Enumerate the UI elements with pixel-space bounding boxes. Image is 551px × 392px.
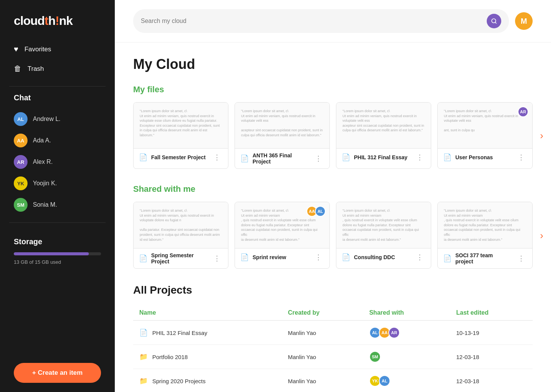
card-menu-btn-1[interactable]: ⋮ (211, 152, 223, 162)
shared-card-name-4: SOCI 377 team project (455, 252, 512, 265)
shared-doc-icon-3: 📄 (342, 253, 350, 261)
file-card-anth[interactable]: "Lorem ipsum dolor sit amet, c\Ut enim a… (235, 102, 330, 169)
card-menu-btn-3[interactable]: ⋮ (414, 152, 425, 162)
row-file-icon-2: 📁 (139, 377, 148, 385)
avatar-yoojin: YK (14, 176, 28, 190)
search-input[interactable] (141, 18, 483, 24)
row-file-icon-0: 📄 (139, 328, 148, 337)
shared-preview-2: AA AL "Lorem ipsum dolor sit amet, c\Ut … (235, 202, 329, 248)
shared-footer-3: 📄 Consulting DDC ⋮ (336, 248, 431, 266)
td-shared-1: SM (363, 345, 450, 369)
card-name-3: PHIL 312 Final Essay (354, 154, 410, 160)
card-name-1: Fall Semester Project (151, 154, 207, 160)
storage-bar-bg (14, 252, 101, 255)
card-name-2: ANTH 365 Final Project (253, 152, 309, 165)
shared-doc-icon-4: 📄 (443, 254, 452, 263)
user-avatar[interactable]: M (515, 12, 533, 30)
page-title: My Cloud (133, 56, 533, 72)
row-avatar: SM (369, 351, 381, 363)
shared-card-consulting[interactable]: "Lorem ipsum dolor sit amet, c\Ut enim a… (336, 202, 431, 269)
card-footer-4: 📄 User Personas ⋮ (438, 149, 532, 166)
chat-item-andrew[interactable]: AL Andrew L. (9, 108, 106, 130)
chat-name-andrew: Andrew L. (33, 116, 60, 122)
avatar-sonia: SM (14, 198, 28, 212)
search-icon (491, 18, 497, 24)
shared-files-cards: "Lorem ipsum dolor sit amet, c\Ut enim a… (133, 202, 533, 269)
row-avatar: AL (379, 375, 390, 387)
chat-section-title: Chat (0, 93, 115, 102)
file-card-fall-semester[interactable]: "Lorem ipsum dolor sit amet, c\Ut enim a… (133, 102, 228, 169)
trash-label: Trash (28, 65, 44, 73)
shared-card-spring[interactable]: "Lorem ipsum dolor sit amet, c\Ut enim a… (133, 202, 228, 269)
chat-item-alex[interactable]: AR Alex R. (9, 151, 106, 173)
shared-card-sprint[interactable]: AA AL "Lorem ipsum dolor sit amet, c\Ut … (235, 202, 330, 269)
shared-menu-btn-1[interactable]: ⋮ (211, 253, 223, 263)
favorites-label: Favorites (24, 46, 51, 53)
row-file-name-2: Spring 2020 Projects (152, 378, 205, 384)
content-area: My Cloud My files "Lorem ipsum dolor sit… (115, 42, 551, 392)
shared-card-soci[interactable]: "Lorem ipsum dolor sit amet, c\Ut enim a… (437, 202, 533, 269)
chat-item-sonia[interactable]: SM Sonia M. (9, 194, 106, 216)
divider-2 (9, 222, 106, 223)
card-footer-3: 📄 PHIL 312 Final Essay ⋮ (336, 149, 431, 166)
card-menu-btn-2[interactable]: ⋮ (313, 154, 324, 163)
td-edited-0: 10-13-19 (450, 320, 533, 345)
td-created-2: Manlin Yao (282, 369, 363, 392)
storage-section: Storage 13 GB of 15 GB used (0, 230, 115, 265)
sidebar: cloudth!nk ♥ Favorites 🗑 Trash Chat AL A… (0, 0, 115, 392)
file-card-user-personas[interactable]: AR "Lorem ipsum dolor sit amet, c\Ut eni… (437, 102, 533, 169)
card-preview-1: "Lorem ipsum dolor sit amet, c\Ut enim a… (134, 103, 228, 149)
all-projects-title: All Projects (133, 284, 533, 296)
my-files-cards: "Lorem ipsum dolor sit amet, c\Ut enim a… (133, 102, 533, 169)
row-file-name-0: PHIL 312 Final Essay (152, 330, 207, 336)
my-files-next-btn[interactable]: › (540, 130, 543, 142)
td-created-0: Manlin Yao (282, 320, 363, 345)
file-card-phil[interactable]: "Lorem ipsum dolor sit amet, c\Ut enim a… (336, 102, 431, 169)
doc-icon-1: 📄 (139, 153, 147, 162)
table-header: Name Created by Shared with Last edited (133, 305, 533, 320)
my-files-title: My files (133, 85, 533, 95)
doc-icon-2: 📄 (240, 154, 249, 163)
td-edited-1: 12-03-18 (450, 345, 533, 369)
td-created-1: Manlin Yao (282, 345, 363, 369)
table-row[interactable]: 📄 PHIL 312 Final Essay Manlin Yao ALAAAR… (133, 320, 533, 345)
preview-text-1: "Lorem ipsum dolor sit amet, c\Ut enim a… (140, 109, 222, 138)
shared-preview-3: "Lorem ipsum dolor sit amet, c\Ut enim a… (336, 202, 431, 248)
search-button[interactable] (487, 14, 501, 28)
table-row[interactable]: 📁 Spring 2020 Projects Manlin Yao YKAL 1… (133, 369, 533, 392)
card-preview-4: AR "Lorem ipsum dolor sit amet, c\Ut eni… (438, 103, 532, 149)
shared-card-name-3: Consulting DDC (354, 254, 410, 260)
shared-title: Shared with me (133, 184, 533, 194)
preview-text-3: "Lorem ipsum dolor sit amet, c\Ut enim a… (342, 109, 425, 133)
card-avatar-group-4: AR (520, 106, 528, 117)
app-logo: cloudth!nk (0, 0, 115, 40)
avatar-andrew: AL (14, 112, 28, 126)
shared-preview-text-3: "Lorem ipsum dolor sit amet, c\Ut enim a… (342, 208, 425, 242)
shared-next-btn[interactable]: › (540, 229, 543, 241)
card-menu-btn-4[interactable]: ⋮ (515, 152, 527, 162)
sidebar-item-favorites[interactable]: ♥ Favorites (9, 40, 106, 58)
shared-preview-text-4: "Lorem ipsum dolor sit amet, c\Ut enim a… (444, 208, 526, 242)
shared-files-section: "Lorem ipsum dolor sit amet, c\Ut enim a… (133, 202, 533, 269)
shared-menu-btn-3[interactable]: ⋮ (414, 252, 425, 262)
doc-icon-4: 📄 (443, 153, 452, 162)
shared-doc-icon-2: 📄 (240, 253, 249, 261)
td-name-2: 📁 Spring 2020 Projects (133, 369, 282, 392)
header: M (115, 0, 551, 42)
shared-menu-btn-4[interactable]: ⋮ (515, 253, 527, 263)
shared-menu-btn-2[interactable]: ⋮ (313, 252, 324, 262)
all-projects-section: All Projects Name Created by Shared with… (133, 284, 533, 392)
chat-item-yoojin[interactable]: YK Yoojin K. (9, 173, 106, 194)
sidebar-item-trash[interactable]: 🗑 Trash (9, 60, 106, 78)
create-item-button[interactable]: + Create an item (14, 363, 101, 383)
divider-1 (9, 86, 106, 87)
col-last-edited: Last edited (450, 305, 533, 320)
td-name-1: 📁 Portfolio 2018 (133, 345, 282, 369)
chat-item-ada[interactable]: AA Ada A. (9, 130, 106, 151)
card-footer-2: 📄 ANTH 365 Final Project ⋮ (235, 149, 329, 168)
projects-table-body: 📄 PHIL 312 Final Essay Manlin Yao ALAAAR… (133, 320, 533, 392)
table-row[interactable]: 📁 Portfolio 2018 Manlin Yao SM 12-03-18 (133, 345, 533, 369)
storage-title: Storage (14, 237, 101, 246)
card-preview-2: "Lorem ipsum dolor sit amet, c\Ut enim a… (235, 103, 329, 149)
td-edited-2: 12-03-18 (450, 369, 533, 392)
